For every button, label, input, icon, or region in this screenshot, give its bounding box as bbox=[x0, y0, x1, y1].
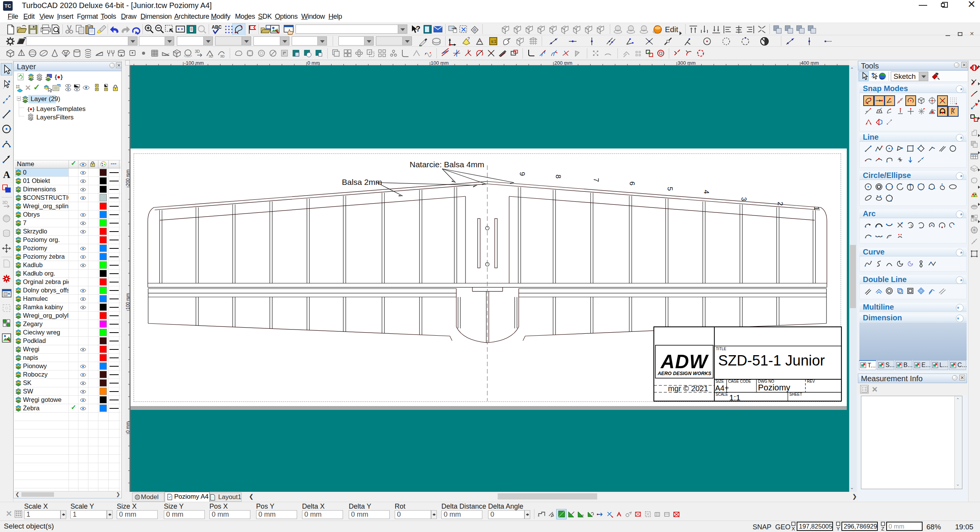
svg-text:SZD-51-1 Junior: SZD-51-1 Junior bbox=[718, 352, 825, 369]
svg-text:3D: 3D bbox=[195, 49, 200, 54]
svg-text:SCALE: SCALE bbox=[715, 392, 728, 397]
svg-text:4: 4 bbox=[702, 190, 710, 194]
svg-text:9: 9 bbox=[518, 172, 526, 176]
svg-text:Poziomy: Poziomy bbox=[758, 383, 790, 392]
svg-text:TITLE: TITLE bbox=[716, 347, 727, 351]
svg-text:SIZE: SIZE bbox=[715, 379, 724, 383]
svg-text:5: 5 bbox=[666, 187, 674, 191]
svg-text:6: 6 bbox=[628, 181, 636, 186]
svg-text:SHEET: SHEET bbox=[789, 392, 802, 397]
svg-text:?: ? bbox=[467, 36, 470, 41]
svg-text:A: A bbox=[3, 169, 10, 180]
svg-text:8: 8 bbox=[554, 175, 562, 179]
svg-text:1:1: 1:1 bbox=[729, 393, 740, 402]
svg-text:s:1: s:1 bbox=[491, 39, 497, 44]
svg-text:ADW: ADW bbox=[660, 351, 709, 372]
svg-text:REV: REV bbox=[807, 379, 815, 383]
svg-text:A4+: A4+ bbox=[715, 384, 729, 392]
svg-text:Balsa 2mm: Balsa 2mm bbox=[342, 178, 382, 186]
svg-text:7: 7 bbox=[592, 178, 600, 182]
svg-text:AERO DESIGN WORKS: AERO DESIGN WORKS bbox=[657, 371, 712, 376]
svg-text:mgr © 2021: mgr © 2021 bbox=[668, 384, 708, 393]
svg-text:3: 3 bbox=[740, 197, 748, 201]
svg-text:?: ? bbox=[416, 24, 420, 33]
svg-text:3D: 3D bbox=[2, 200, 8, 205]
svg-text:3D: 3D bbox=[209, 54, 213, 58]
svg-text:1: 1 bbox=[813, 206, 821, 211]
svg-text:3: 3 bbox=[910, 224, 912, 227]
svg-text:ABC: ABC bbox=[212, 24, 222, 30]
svg-text:3D: 3D bbox=[220, 54, 225, 58]
svg-text:2: 2 bbox=[776, 202, 784, 206]
svg-text:CAGE CODE: CAGE CODE bbox=[728, 379, 751, 383]
svg-text:Natarcie: Balsa 4mm: Natarcie: Balsa 4mm bbox=[410, 160, 484, 169]
